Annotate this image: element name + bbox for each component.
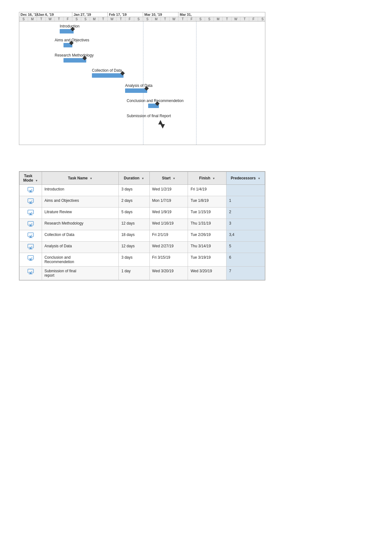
- cell-mode: [20, 253, 42, 267]
- day-cell: T: [178, 17, 187, 21]
- cell-finish: Tue 2/26/19: [188, 230, 226, 242]
- cell-duration: 3 days: [119, 253, 149, 267]
- cell-duration: 3 days: [119, 185, 149, 196]
- cell-finish: Tue 1/8/19: [188, 196, 226, 208]
- task-mode-icon: [27, 255, 34, 262]
- cell-duration: 5 days: [119, 208, 149, 219]
- task-mode-icon: [27, 198, 34, 205]
- svg-rect-8: [29, 215, 33, 215]
- day-cell: S: [72, 17, 81, 21]
- cell-mode: [20, 185, 42, 196]
- cell-name: Introduction: [42, 185, 119, 196]
- th-mode-arrow[interactable]: ▼: [35, 179, 38, 182]
- task-milestone-icon-bottom: [160, 124, 165, 129]
- day-cell: F: [249, 17, 258, 21]
- day-cell: T: [55, 17, 63, 21]
- th-pred-arrow[interactable]: ▼: [258, 177, 261, 180]
- task-mode-icon: [27, 187, 34, 194]
- table-row: Aims and Objectives2 daysMon 1/7/19Tue 1…: [20, 196, 265, 208]
- table-row: Submission of final report1 dayWed 3/20/…: [20, 267, 265, 280]
- grid-line-feb17: [143, 21, 143, 145]
- cell-mode: [20, 208, 42, 219]
- cell-name: Analysis of Data: [42, 242, 119, 253]
- day-cell: F: [187, 17, 196, 21]
- day-cell: M: [90, 17, 99, 21]
- day-cell: T: [240, 17, 249, 21]
- day-cell: T: [99, 17, 108, 21]
- day-cell: S: [258, 17, 265, 21]
- svg-rect-2: [29, 192, 33, 192]
- day-cell: M: [28, 17, 37, 21]
- th-duration-arrow[interactable]: ▼: [142, 177, 144, 180]
- table-row: Analysis of Data12 daysWed 2/27/19Thu 3/…: [20, 242, 265, 253]
- svg-rect-4: [30, 203, 32, 203]
- task-milestone-icon: [158, 120, 163, 124]
- day-cell: W: [232, 17, 240, 21]
- svg-rect-1: [30, 191, 32, 192]
- cell-finish: Thu 1/31/19: [188, 219, 226, 230]
- cell-mode: [20, 242, 42, 253]
- cell-name: Research Methodology: [42, 219, 119, 230]
- day-cell: T: [117, 17, 125, 21]
- th-finish: Finish ▼: [188, 172, 226, 185]
- day-cell: S: [81, 17, 90, 21]
- task-label-collection: Collection of Data: [92, 68, 122, 73]
- svg-rect-11: [29, 226, 33, 226]
- th-finish-arrow[interactable]: ▼: [212, 177, 215, 180]
- cell-start: Wed 1/16/19: [149, 219, 188, 230]
- table-row: Conclusion and Recommendetion3 daysFri 3…: [20, 253, 265, 267]
- cell-duration: 2 days: [119, 196, 149, 208]
- cell-predecessors: 3,4: [226, 230, 265, 242]
- th-start-arrow[interactable]: ▼: [172, 177, 175, 180]
- cell-finish: Tue 3/19/19: [188, 253, 226, 267]
- task-mode-icon: [27, 232, 34, 239]
- cell-predecessors: [226, 185, 265, 196]
- th-name-arrow[interactable]: ▼: [90, 177, 93, 180]
- cell-predecessors: 7: [226, 267, 265, 280]
- table-row: Litrature Review5 daysWed 1/9/19Tue 1/15…: [20, 208, 265, 219]
- table-row: Research Methodology12 daysWed 1/16/19Th…: [20, 219, 265, 230]
- task-bar-analysis: [125, 88, 147, 93]
- cell-predecessors: 5: [226, 242, 265, 253]
- table-row: Collection of Data18 daysFri 2/1/19Tue 2…: [20, 230, 265, 242]
- gantt-month-row: Dec 16, '18 Jan 6, '19 Jan 27, '19 Feb 1…: [19, 12, 265, 17]
- cell-predecessors: 1: [226, 196, 265, 208]
- month-jan27: Jan 27, '19: [72, 12, 108, 17]
- task-mode-icon: [27, 269, 34, 275]
- task-label-analysis: Analysis of Data: [125, 83, 153, 88]
- cell-name: Collection of Data: [42, 230, 119, 242]
- day-cell: S: [205, 17, 214, 21]
- cell-duration: 1 day: [119, 267, 149, 280]
- month-jan6: Jan 6, '19: [37, 12, 72, 17]
- th-predecessors: Predecessors ▼: [226, 172, 265, 185]
- task-mode-icon: [27, 221, 34, 228]
- month-mar31: Mar 31,: [178, 12, 196, 17]
- task-label-research: Research Methodology: [55, 53, 93, 57]
- day-cell: W: [108, 17, 117, 21]
- day-cell: T: [223, 17, 232, 21]
- cell-duration: 18 days: [119, 230, 149, 242]
- day-cell: F: [63, 17, 72, 21]
- gantt-chart: Dec 16, '18 Jan 6, '19 Jan 27, '19 Feb 1…: [19, 12, 265, 145]
- day-cell: W: [170, 17, 178, 21]
- cell-duration: 12 days: [119, 242, 149, 253]
- day-cell: S: [196, 17, 205, 21]
- gantt-body: Introduction Aims and Objectives Researc…: [19, 21, 265, 145]
- svg-rect-14: [29, 238, 33, 238]
- cell-predecessors: 2: [226, 208, 265, 219]
- cell-finish: Tue 1/15/19: [188, 208, 226, 219]
- svg-rect-5: [29, 203, 33, 204]
- day-cell: M: [152, 17, 161, 21]
- cell-name: Submission of final report: [42, 267, 119, 280]
- gantt-day-row: S M T W T F S S M T W T F S S M T W T F …: [19, 17, 265, 21]
- svg-rect-19: [30, 260, 32, 260]
- table-row: Introduction3 daysWed 1/2/19Fri 1/4/19: [20, 185, 265, 196]
- cell-start: Wed 1/2/19: [149, 185, 188, 196]
- project-table: Task Mode ▼ Task Name ▼ Duration ▼ Start…: [19, 172, 265, 280]
- cell-start: Wed 1/9/19: [149, 208, 188, 219]
- task-label-submission: Submission of final Report: [127, 114, 171, 118]
- cell-duration: 12 days: [119, 219, 149, 230]
- svg-rect-16: [30, 248, 32, 249]
- cell-start: Wed 2/27/19: [149, 242, 188, 253]
- cell-mode: [20, 196, 42, 208]
